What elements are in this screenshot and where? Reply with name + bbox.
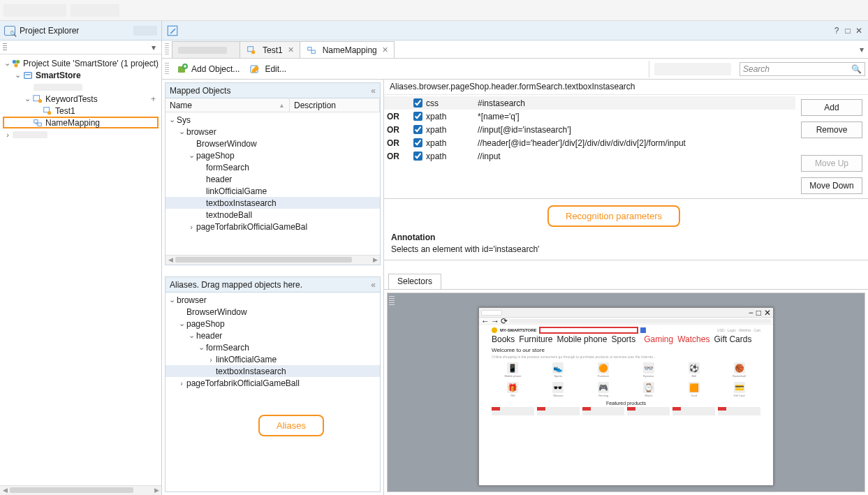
property-row[interactable]: ORxpath//input[@id='instasearch'] [384, 123, 795, 136]
tab-close-icon[interactable]: ✕ [288, 45, 294, 54]
property-checkbox[interactable] [413, 98, 422, 108]
panel-blur [133, 26, 157, 36]
action-bar: Add Object... Edit... Search 🔍 [162, 59, 868, 80]
tree-project[interactable]: ⌄ SmartStore [1, 69, 160, 81]
tab-blurred[interactable] [172, 41, 240, 58]
column-description[interactable]: Description [290, 98, 380, 112]
property-checkbox[interactable] [413, 152, 422, 161]
add-object-icon [176, 63, 189, 75]
remove-button[interactable]: Remove [801, 121, 862, 138]
grip-icon [165, 43, 169, 56]
window-controls: ? □ ✕ [832, 26, 864, 36]
svg-point-6 [38, 99, 42, 103]
property-checkbox[interactable] [413, 112, 422, 121]
panel-title: Mapped Objects [170, 86, 230, 96]
project-explorer-title: Project Explorer [20, 26, 79, 36]
suite-icon [11, 59, 21, 68]
collapse-icon[interactable]: « [371, 86, 376, 96]
property-row[interactable]: css#instasearch [384, 96, 795, 110]
expand-toggle[interactable]: ⌄ [3, 59, 11, 68]
close-icon[interactable]: ✕ [854, 26, 864, 36]
browser-screenshot: −□✕ ←→⟳ MY-SMARTSTORE USD · Login · Wish… [478, 307, 774, 486]
move-down-button[interactable]: Move Down [801, 177, 862, 194]
annotation-text: Selects an element with id='instasearch' [391, 244, 861, 254]
tree-suite[interactable]: ⌄ Project Suite 'SmartStore' (1 project) [1, 57, 160, 69]
button-label: Add Object... [191, 64, 240, 74]
search-icon[interactable]: 🔍 [851, 64, 862, 74]
property-row[interactable]: ORxpath//header[@id='header']/div[2]/div… [384, 136, 795, 149]
tree-selected: textboxInstasearch [165, 197, 380, 209]
edit-button[interactable]: Edit... [247, 61, 289, 77]
project-explorer-header: Project Explorer [0, 21, 161, 40]
property-row[interactable]: ORxpath*[name='q'] [384, 110, 795, 123]
mapped-objects-tree[interactable]: ⌄Sys ⌄browser BrowserWindow ⌄pageShop fo… [165, 112, 380, 255]
aliases-panel: Aliases. Drag mapped objects here. « ⌄br… [165, 276, 381, 492]
annotation-section: Annotation Selects an element with id='i… [384, 227, 868, 260]
column-name[interactable]: Name▲ [165, 98, 290, 112]
namemapping-icon [306, 45, 317, 55]
svg-rect-15 [311, 50, 315, 53]
aliases-tree[interactable]: ⌄browser BrowserWindow ⌄pageShop ⌄header… [165, 293, 380, 492]
project-tree[interactable]: ⌄ Project Suite 'SmartStore' (1 project)… [0, 54, 161, 485]
recognition-parameters: css#instasearchORxpath*[name='q']ORxpath… [384, 95, 868, 199]
tab-label: Test1 [263, 45, 283, 55]
tree-blur [1, 81, 160, 93]
add-icon[interactable]: + [151, 94, 159, 104]
tree-label: SmartStore [36, 71, 81, 80]
project-explorer-panel: Project Explorer ▾ ⌄ Project Suite 'Smar… [0, 21, 162, 495]
search-placeholder: Search [743, 64, 770, 74]
toolbar-blur [654, 63, 731, 75]
svg-rect-14 [307, 47, 311, 50]
property-row[interactable]: ORxpath//input [384, 149, 795, 163]
sort-icon[interactable]: ▲ [279, 102, 285, 109]
tree-name-mapping[interactable]: NameMapping [3, 117, 159, 128]
app-menu-blur [71, 4, 119, 17]
tab-selectors[interactable]: Selectors [388, 274, 441, 289]
screenshot-preview[interactable]: −□✕ ←→⟳ MY-SMARTSTORE USD · Login · Wish… [387, 293, 865, 492]
tree-label: KeywordTests [45, 94, 98, 104]
app-titlebar [0, 0, 868, 21]
callout-aliases: Aliases [258, 415, 324, 436]
tree-label: Project Suite 'SmartStore' (1 project) [23, 59, 159, 68]
horizontal-scrollbar[interactable]: ◀▶ [0, 485, 161, 495]
maximize-icon[interactable]: □ [843, 26, 853, 36]
expand-toggle[interactable]: ⌄ [22, 94, 32, 103]
edit-mode-icon[interactable] [166, 25, 179, 36]
add-object-button[interactable]: Add Object... [173, 61, 242, 77]
mapped-objects-panel: Mapped Objects « Name▲ Description ⌄Sys … [165, 82, 381, 265]
svg-rect-4 [26, 74, 31, 75]
help-icon[interactable]: ? [832, 26, 841, 36]
toolbar-dropdown[interactable]: ▾ [149, 43, 159, 52]
search-input[interactable]: Search 🔍 [740, 62, 865, 76]
tab-close-icon[interactable]: ✕ [382, 45, 388, 54]
button-label: Edit... [265, 64, 286, 74]
project-icon [22, 71, 34, 80]
workspace-toolbar: ? □ ✕ [162, 21, 868, 40]
tree-test1[interactable]: Test1 [1, 105, 160, 117]
expand-toggle[interactable]: ⌄ [13, 71, 22, 80]
mapped-objects-header: Mapped Objects « [165, 83, 380, 98]
property-checkbox[interactable] [413, 125, 422, 134]
annotation-title: Annotation [391, 232, 861, 242]
collapse-icon[interactable]: « [371, 280, 376, 290]
namemapping-icon [32, 118, 43, 128]
tab-name-mapping[interactable]: NameMapping ✕ [300, 41, 395, 58]
tree-collapsed[interactable]: › [1, 128, 160, 140]
test-icon [246, 45, 257, 55]
project-explorer-toolbar: ▾ [0, 40, 161, 54]
properties-table[interactable]: css#instasearchORxpath*[name='q']ORxpath… [384, 95, 795, 198]
tab-test1[interactable]: Test1 ✕ [240, 41, 300, 58]
horizontal-scrollbar[interactable]: ◀▶ [165, 255, 380, 265]
property-checkbox[interactable] [413, 138, 422, 147]
svg-rect-9 [34, 119, 38, 122]
tree-selected: textboxInstasearch [165, 365, 380, 377]
tabs-overflow[interactable]: ▾ [860, 45, 868, 54]
tab-label: NameMapping [323, 45, 377, 55]
selectors-tabs: Selectors [384, 272, 868, 290]
project-explorer-icon [4, 26, 15, 36]
expand-toggle[interactable]: › [3, 131, 13, 139]
callout-recognition: Recognition parameters [547, 205, 680, 227]
editor-tabs: Test1 ✕ NameMapping ✕ ▾ [162, 40, 868, 59]
tree-keyword-tests[interactable]: ⌄ KeywordTests + [1, 93, 160, 105]
add-button[interactable]: Add [801, 99, 862, 116]
